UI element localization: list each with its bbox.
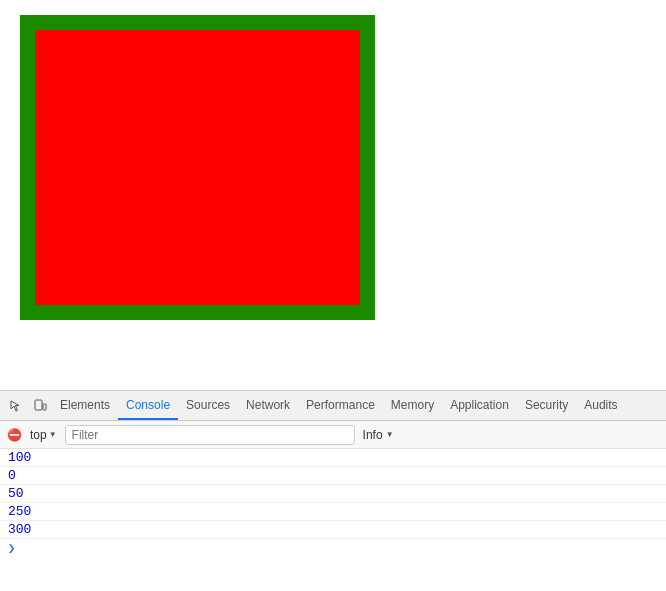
context-selector[interactable]: top ▼ bbox=[26, 426, 61, 444]
console-line-4: 250 bbox=[0, 503, 666, 521]
tab-elements[interactable]: Elements bbox=[52, 391, 118, 420]
log-level-selector[interactable]: Info ▼ bbox=[359, 426, 398, 444]
console-line-2: 0 bbox=[0, 467, 666, 485]
log-level-dropdown-arrow: ▼ bbox=[386, 430, 394, 439]
tab-application[interactable]: Application bbox=[442, 391, 517, 420]
console-line-5: 300 bbox=[0, 521, 666, 539]
context-label: top bbox=[30, 428, 47, 442]
console-line-3: 50 bbox=[0, 485, 666, 503]
devtools-panel: Elements Console Sources Network Perform… bbox=[0, 390, 666, 591]
tab-network[interactable]: Network bbox=[238, 391, 298, 420]
tab-audits[interactable]: Audits bbox=[576, 391, 625, 420]
devtools-tabs: Elements Console Sources Network Perform… bbox=[52, 391, 662, 420]
tab-sources[interactable]: Sources bbox=[178, 391, 238, 420]
inspect-element-icon[interactable] bbox=[4, 394, 28, 418]
log-level-label: Info bbox=[363, 428, 383, 442]
svg-rect-1 bbox=[43, 404, 46, 410]
console-filter-input[interactable] bbox=[65, 425, 355, 445]
canvas-outer bbox=[20, 15, 375, 320]
console-output: 100 0 50 250 300 ❯ bbox=[0, 449, 666, 591]
prompt-arrow-icon: ❯ bbox=[8, 541, 15, 556]
context-dropdown-arrow: ▼ bbox=[49, 430, 57, 439]
device-toggle-icon[interactable] bbox=[28, 394, 52, 418]
console-toolbar: ⛔ top ▼ Info ▼ bbox=[0, 421, 666, 449]
svg-rect-0 bbox=[35, 400, 42, 410]
console-line-1: 100 bbox=[0, 449, 666, 467]
clear-console-icon[interactable]: ⛔ bbox=[6, 427, 22, 443]
tab-performance[interactable]: Performance bbox=[298, 391, 383, 420]
tab-memory[interactable]: Memory bbox=[383, 391, 442, 420]
canvas-inner bbox=[35, 30, 360, 305]
tab-console[interactable]: Console bbox=[118, 391, 178, 420]
console-prompt-area[interactable]: ❯ bbox=[0, 539, 666, 557]
devtools-tabbar: Elements Console Sources Network Perform… bbox=[0, 391, 666, 421]
webpage-content bbox=[0, 0, 666, 390]
tab-security[interactable]: Security bbox=[517, 391, 576, 420]
